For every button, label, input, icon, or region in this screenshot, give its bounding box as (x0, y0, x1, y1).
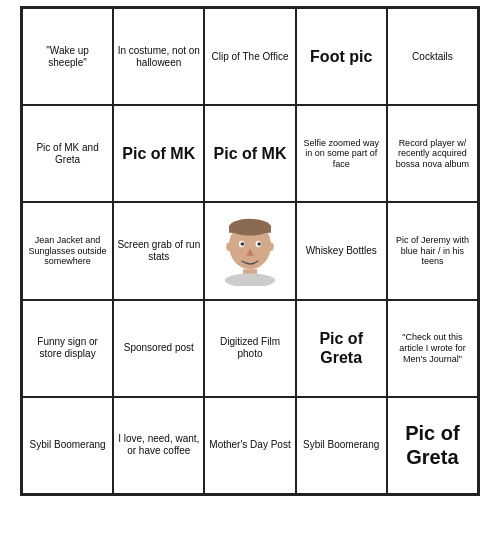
cell-text-5: Pic of MK and Greta (26, 142, 109, 166)
cell-text-19: "Check out this article I wrote for Men'… (391, 332, 474, 364)
bingo-cell-9[interactable]: Record player w/ recently acquired bossa… (387, 105, 478, 202)
cell-text-10: Jean Jacket and Sunglasses outside somew… (26, 235, 109, 267)
svg-point-6 (257, 242, 261, 246)
bingo-cell-22[interactable]: Mother's Day Post (204, 397, 295, 494)
bingo-cell-10[interactable]: Jean Jacket and Sunglasses outside somew… (22, 202, 113, 299)
cell-text-15: Funny sign or store display (26, 336, 109, 360)
cell-text-7: Pic of MK (214, 144, 287, 163)
svg-point-8 (268, 243, 274, 251)
bingo-cell-24[interactable]: Pic of Greta (387, 397, 478, 494)
bingo-cell-5[interactable]: Pic of MK and Greta (22, 105, 113, 202)
svg-rect-2 (229, 226, 271, 233)
bingo-cell-6[interactable]: Pic of MK (113, 105, 204, 202)
svg-point-10 (225, 273, 275, 286)
bingo-cell-21[interactable]: I love, need, want, or have coffee (113, 397, 204, 494)
cell-text-11: Screen grab of run stats (117, 239, 200, 263)
cell-text-3: Foot pic (310, 47, 372, 66)
cell-text-9: Record player w/ recently acquired bossa… (391, 138, 474, 170)
svg-point-5 (241, 242, 245, 246)
cell-text-8: Selfie zoomed way in on some part of fac… (300, 138, 383, 170)
bingo-cell-16[interactable]: Sponsored post (113, 300, 204, 397)
bingo-cell-1[interactable]: In costume, not on halloween (113, 8, 204, 105)
cell-text-0: "Wake up sheeple" (26, 45, 109, 69)
cell-text-22: Mother's Day Post (209, 439, 290, 451)
cell-text-1: In costume, not on halloween (117, 45, 200, 69)
bingo-cell-3[interactable]: Foot pic (296, 8, 387, 105)
bingo-cell-19[interactable]: "Check out this article I wrote for Men'… (387, 300, 478, 397)
cell-text-13: Whiskey Bottles (306, 245, 377, 257)
bingo-cell-7[interactable]: Pic of MK (204, 105, 295, 202)
bingo-cell-23[interactable]: Sybil Boomerang (296, 397, 387, 494)
bingo-cell-15[interactable]: Funny sign or store display (22, 300, 113, 397)
cell-text-14: Pic of Jeremy with blue hair / in his te… (391, 235, 474, 267)
bingo-cell-12[interactable] (204, 202, 295, 299)
cell-text-20: Sybil Boomerang (30, 439, 106, 451)
cell-text-16: Sponsored post (124, 342, 194, 354)
cell-text-21: I love, need, want, or have coffee (117, 433, 200, 457)
bingo-cell-2[interactable]: Clip of The Office (204, 8, 295, 105)
cell-text-4: Cocktails (412, 51, 453, 63)
cell-text-23: Sybil Boomerang (303, 439, 379, 451)
bingo-cell-14[interactable]: Pic of Jeremy with blue hair / in his te… (387, 202, 478, 299)
bingo-cell-17[interactable]: Digitized Film photo (204, 300, 295, 397)
bingo-cell-20[interactable]: Sybil Boomerang (22, 397, 113, 494)
bingo-cell-11[interactable]: Screen grab of run stats (113, 202, 204, 299)
bingo-cell-4[interactable]: Cocktails (387, 8, 478, 105)
bingo-cell-0[interactable]: "Wake up sheeple" (22, 8, 113, 105)
svg-point-7 (226, 243, 232, 251)
cell-text-18: Pic of Greta (300, 329, 383, 367)
bingo-cell-13[interactable]: Whiskey Bottles (296, 202, 387, 299)
cell-text-6: Pic of MK (122, 144, 195, 163)
bingo-grid: "Wake up sheeple"In costume, not on hall… (20, 6, 480, 496)
bingo-cell-18[interactable]: Pic of Greta (296, 300, 387, 397)
cell-text-17: Digitized Film photo (208, 336, 291, 360)
cell-text-2: Clip of The Office (212, 51, 289, 63)
bingo-cell-8[interactable]: Selfie zoomed way in on some part of fac… (296, 105, 387, 202)
cell-text-24: Pic of Greta (391, 421, 474, 469)
